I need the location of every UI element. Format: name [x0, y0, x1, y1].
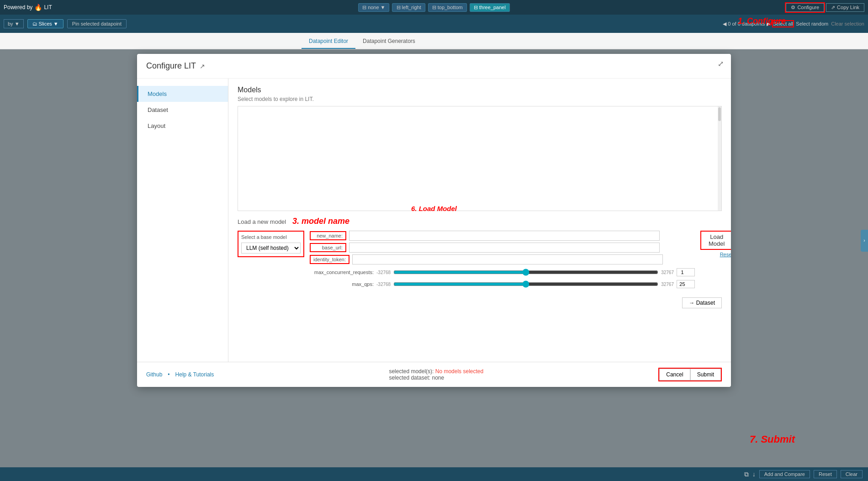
fire-icon: 🔥	[34, 4, 42, 11]
to-dataset-button[interactable]: → Dataset	[682, 297, 722, 308]
modal-header: Configure LIT ↗ ⤢	[137, 54, 731, 79]
models-list-area	[238, 106, 722, 211]
separator: •	[168, 371, 169, 378]
max-qps-spinner[interactable]	[677, 280, 695, 288]
max-qps-slider[interactable]	[393, 280, 658, 288]
base-model-label: Select a base model	[241, 234, 301, 240]
models-list-scrollbar[interactable]	[718, 106, 721, 211]
base-url-input[interactable]	[349, 243, 660, 253]
external-link-icon[interactable]: ↗	[200, 63, 205, 70]
models-header: Models Select models to explore in LIT.	[228, 79, 731, 106]
select-all-button[interactable]: Select all	[773, 21, 794, 26]
modal-expand-button[interactable]: ⤢	[718, 59, 724, 68]
modal-main: Models Select models to explore in LIT. …	[228, 79, 731, 362]
slider-max-max-concurrent: 32767	[661, 270, 674, 275]
slider-wrapper-max-concurrent	[393, 269, 658, 276]
new-name-input[interactable]	[349, 231, 660, 241]
gear-icon: ⚙	[791, 5, 795, 11]
download-icon[interactable]: ↓	[752, 470, 756, 478]
annotation-model-name: 3. model name	[292, 217, 349, 226]
tab-bar: Datapoint Editor Datapoint Generators	[0, 33, 868, 49]
max-concurrent-slider[interactable]	[393, 269, 658, 276]
modal-body: Models Dataset Layout Models Select mode…	[137, 79, 731, 362]
configure-modal: Configure LIT ↗ ⤢ Models Dataset Layout …	[137, 54, 731, 387]
footer-info: selected model(s): No models selected se…	[389, 368, 483, 381]
select-random-button[interactable]: Select random	[796, 21, 828, 26]
copy-link-button[interactable]: ⇗ Copy Link	[826, 3, 864, 12]
bottom-bar: ⧉ ↓ Add and Compare Reset Clear	[0, 467, 868, 481]
layout-three-panel-btn[interactable]: ⊟ three_panel	[470, 3, 510, 12]
layout-top-bottom-btn[interactable]: ⊟ top_bottom	[428, 3, 467, 12]
identity-token-input[interactable]	[352, 254, 663, 264]
reset-button[interactable]: Reset	[720, 252, 731, 257]
tab-datapoint-editor[interactable]: Datapoint Editor	[302, 34, 355, 49]
modal-footer: Github • Help & Tutorials selected model…	[137, 362, 731, 387]
sidebar-item-layout[interactable]: Layout	[137, 118, 228, 134]
model-form: Select a base model LLM (self hosted) ne…	[238, 231, 722, 288]
slider-label-max-concurrent: max_concurrent_requests:	[310, 270, 374, 275]
layout-options: ⊟ none ▼ ⊟ left_right ⊟ top_bottom ⊟ thr…	[358, 3, 510, 12]
top-bar: Powered by 🔥 LIT ⊟ none ▼ ⊟ left_right ⊟…	[0, 0, 868, 15]
brand-prefix: Powered by	[4, 4, 32, 11]
add-compare-button[interactable]: Add and Compare	[759, 470, 810, 478]
sort-button[interactable]: by ▼	[4, 19, 24, 28]
footer-actions: Cancel Submit	[658, 368, 722, 381]
configure-button[interactable]: ⚙ Configure	[786, 3, 824, 12]
modal-overlay: Configure LIT ↗ ⤢ Models Dataset Layout …	[0, 49, 868, 467]
brand: Powered by 🔥 LIT	[4, 4, 52, 11]
model-fields: new_name: base_url: iden	[310, 231, 695, 288]
cancel-submit-group: Cancel Submit	[658, 368, 722, 381]
field-row-identity-token: identity_token:	[310, 254, 695, 264]
field-label-base-url: base_url:	[310, 243, 346, 252]
expand-handle[interactable]: ›	[861, 230, 868, 252]
footer-links: Github • Help & Tutorials	[146, 371, 214, 378]
field-row-base-url: base_url:	[310, 243, 695, 253]
field-label-identity-token: identity_token:	[310, 255, 349, 264]
layout-left-right-btn[interactable]: ⊟ left_right	[392, 3, 425, 12]
layout-none-btn[interactable]: ⊟ none ▼	[358, 3, 389, 12]
base-model-select[interactable]: LLM (self hosted)	[241, 243, 301, 254]
datapoint-count: ◀ 0 of 0 datapoints ▶	[723, 21, 770, 27]
sidebar-item-dataset[interactable]: Dataset	[137, 102, 228, 118]
modal-title: Configure LIT	[146, 61, 196, 71]
github-link[interactable]: Github	[146, 371, 162, 378]
max-concurrent-spinner[interactable]	[677, 268, 695, 276]
cancel-button[interactable]: Cancel	[659, 369, 690, 381]
load-model-btn-wrapper: Load Model Reset	[700, 231, 731, 257]
slider-row-max-concurrent: max_concurrent_requests: -32768 32767	[310, 268, 695, 276]
models-title: Models	[238, 86, 722, 94]
selected-models-label: selected model(s):	[389, 368, 434, 375]
copy-icon[interactable]: ⧉	[744, 470, 749, 478]
base-model-select-wrapper: Select a base model LLM (self hosted)	[238, 231, 304, 257]
field-label-new-name: new_name:	[310, 231, 346, 240]
second-bar: by ▼ 🗂 Slices ▼ Pin selected datapoint ◀…	[0, 15, 868, 33]
clear-button[interactable]: Clear	[841, 470, 863, 478]
modal-sidebar: Models Dataset Layout	[137, 79, 228, 362]
second-bar-right: ◀ 0 of 0 datapoints ▶ Select all Select …	[723, 21, 864, 27]
no-models-text: No models selected	[435, 368, 483, 375]
slider-min-max-concurrent: -32768	[376, 270, 391, 275]
load-model-section: Load a new model 3. model name Select a …	[228, 211, 731, 294]
sidebar-item-models[interactable]: Models	[137, 86, 228, 102]
clear-selection-button[interactable]: Clear selection	[831, 21, 864, 26]
load-model-label: Load a new model 3. model name	[238, 217, 722, 226]
load-model-button[interactable]: Load Model	[700, 231, 731, 250]
top-bar-right: ⚙ Configure ⇗ Copy Link	[786, 3, 864, 12]
reset-button[interactable]: Reset	[814, 470, 837, 478]
slider-row-max-qps: max_qps: -32768 32767	[310, 280, 695, 288]
main-area: Configure LIT ↗ ⤢ Models Dataset Layout …	[0, 49, 868, 467]
slices-button[interactable]: 🗂 Slices ▼	[27, 19, 64, 28]
slider-max-max-qps: 32767	[661, 282, 674, 287]
scrollbar-thumb	[718, 107, 721, 121]
slider-label-max-qps: max_qps:	[310, 281, 374, 287]
dataset-value: none	[432, 375, 444, 381]
dataset-btn-row: → Dataset	[228, 294, 731, 312]
help-tutorials-link[interactable]: Help & Tutorials	[175, 371, 214, 378]
tab-datapoint-generators[interactable]: Datapoint Generators	[355, 34, 423, 49]
selected-dataset-label: selected dataset:	[389, 375, 430, 381]
brand-name: LIT	[44, 4, 52, 11]
models-subtitle: Select models to explore in LIT.	[238, 96, 722, 102]
pin-datapoint-button[interactable]: Pin selected datapoint	[67, 19, 127, 28]
submit-button[interactable]: Submit	[690, 369, 721, 381]
link-icon: ⇗	[831, 5, 835, 11]
